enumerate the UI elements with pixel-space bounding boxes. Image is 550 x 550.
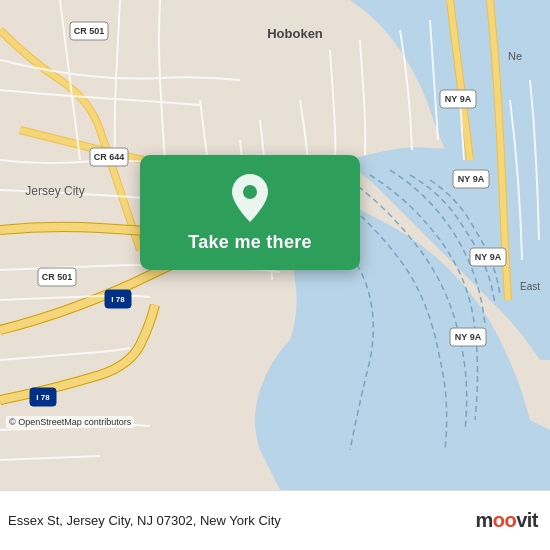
svg-text:CR 501: CR 501 xyxy=(74,26,105,36)
svg-text:I 78: I 78 xyxy=(111,295,125,304)
moovit-logo: moovit xyxy=(475,509,538,532)
svg-text:NY 9A: NY 9A xyxy=(458,174,485,184)
svg-text:Jersey City: Jersey City xyxy=(25,184,84,198)
svg-point-25 xyxy=(243,185,257,199)
take-me-there-button[interactable]: Take me there xyxy=(188,232,312,253)
location-pin-icon xyxy=(228,172,272,224)
svg-text:NY 9A: NY 9A xyxy=(455,332,482,342)
svg-text:Ne: Ne xyxy=(508,50,522,62)
moovit-logo-text: moovit xyxy=(475,509,538,532)
osm-attribution: © OpenStreetMap contributors xyxy=(6,416,134,428)
svg-text:I 78: I 78 xyxy=(36,393,50,402)
svg-text:Hoboken: Hoboken xyxy=(267,26,323,41)
svg-text:East: East xyxy=(520,281,540,292)
address-text: Essex St, Jersey City, NJ 07302, New Yor… xyxy=(8,513,281,528)
svg-text:CR 501: CR 501 xyxy=(42,272,73,282)
map-container: CR 501 CR 644 I 78 I 78 I 78 CR 501 NY 9… xyxy=(0,0,550,490)
svg-text:CR 644: CR 644 xyxy=(94,152,125,162)
svg-text:NY 9A: NY 9A xyxy=(445,94,472,104)
bottom-bar: Essex St, Jersey City, NJ 07302, New Yor… xyxy=(0,490,550,550)
svg-text:NY 9A: NY 9A xyxy=(475,252,502,262)
action-card[interactable]: Take me there xyxy=(140,155,360,270)
